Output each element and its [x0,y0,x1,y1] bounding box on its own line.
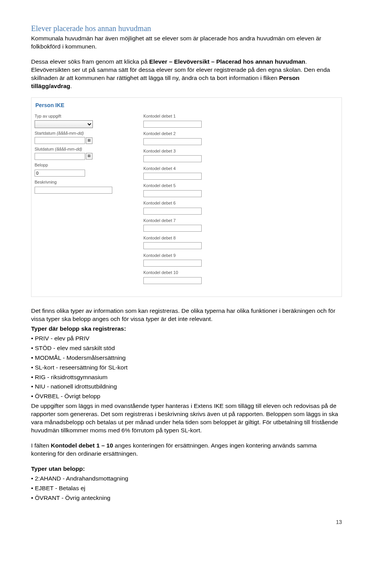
instr-text-3: . [70,83,72,89]
kontodel-label: Kontodel debet 3 [143,148,233,154]
list-item: • 2:AHAND - Andrahandsmottagning [31,475,342,483]
page-number: 13 [31,519,342,526]
calendar-icon[interactable]: ▦ [86,153,92,160]
kontodel-label: Kontodel debet 5 [143,183,233,189]
slut-label-text: Slutdatum [35,147,54,151]
kontodel-input[interactable] [143,277,202,284]
belopp-label: Belopp [35,162,124,168]
beskr-label: Beskrivning [35,179,124,185]
slut-label: Slutdatum (åååå-mm-dd) [35,146,124,152]
person-ike-form: Person IKE Typ av uppgift Startdatum (åå… [31,97,342,297]
kontodel-label: Kontodel debet 6 [143,200,233,206]
belopp-input[interactable] [35,170,85,177]
kontodel-paragraph: I fälten Kontodel debet 1 – 10 anges kon… [31,442,342,458]
kontodel-input[interactable] [143,121,202,128]
list-item: • MODMÅL - Modersmålsersättning [31,354,342,362]
list-item: • RIG - riksidrottsgymnasium [31,373,342,382]
kontodel-input[interactable] [143,138,202,145]
kontodel-label: Kontodel debet 2 [143,131,233,137]
kontodel-input[interactable] [143,260,202,267]
kontodel-label: Kontodel debet 10 [143,270,233,276]
intro-paragraph: Kommunala huvudmän har även möjlighet at… [31,35,342,51]
kontodel-label: Kontodel debet 8 [143,235,233,241]
section-heading: Elever placerade hos annan huvudman [31,23,342,34]
kontodel-label: Kontodel debet 1 [143,113,233,119]
instr-text-1: Dessa elever söks fram genom att klicka … [31,58,149,65]
list-item: • ÖVRBEL - Övrigt belopp [31,392,342,401]
types-with-amount-heading: Typer där belopp ska registreras: [31,325,342,333]
calendar-icon[interactable]: ▦ [86,137,92,144]
types-without-amount-heading: Typer utan belopp: [31,465,342,473]
bullet-list-2: • 2:AHAND - Andrahandsmottagning• EJBET … [31,475,342,502]
list-item: • STÖD - elev med särskilt stöd [31,344,342,352]
kontodel-input[interactable] [143,225,202,232]
body-para-3: De uppgifter som läggs in med ovanståend… [31,402,342,435]
start-hint: (åååå-mm-dd) [57,131,84,135]
kontodel-bold: Kontodel debet 1 – 10 [51,442,113,449]
list-item: • NIU - nationell idrottsutbildning [31,383,342,391]
kontodel-label: Kontodel debet 7 [143,218,233,224]
list-item: • PRIV - elev på PRIV [31,335,342,343]
start-input[interactable] [35,137,85,144]
bullet-list-1: • PRIV - elev på PRIV• STÖD - elev med s… [31,335,342,401]
list-item: • EJBET - Betalas ej [31,484,342,493]
kontodel-input[interactable] [143,208,202,215]
form-title: Person IKE [35,102,338,109]
slut-hint: (åååå-mm-dd) [55,147,82,151]
kontodel-input[interactable] [143,173,202,180]
typ-label: Typ av uppgift [35,113,124,119]
instruction-paragraph: Dessa elever söks fram genom att klicka … [31,58,342,90]
start-label-text: Startdatum [35,131,56,135]
kontodel-input[interactable] [143,190,202,197]
start-label: Startdatum (åååå-mm-dd) [35,130,124,136]
typ-select[interactable] [35,120,93,128]
list-item: • ÖVRANT - Övrig anteckning [31,494,342,502]
slut-input[interactable] [35,153,85,160]
kontodel-input[interactable] [143,242,202,249]
kontodel-label: Kontodel debet 4 [143,166,233,172]
kontodel-text-a: I fälten [31,442,51,449]
form-right-column: Kontodel debet 1Kontodel debet 2Kontodel… [143,113,233,287]
kontodel-label: Kontodel debet 9 [143,253,233,258]
instr-bold-1: Elever – Elevöversikt – Placerad hos ann… [149,58,305,65]
form-left-column: Typ av uppgift Startdatum (åååå-mm-dd) ▦… [35,113,124,287]
body-para-1: Det finns olika typer av information som… [31,307,342,323]
list-item: • SL-kort - reseersättning för SL-kort [31,364,342,372]
kontodel-input[interactable] [143,155,202,162]
beskr-input[interactable] [35,187,112,194]
